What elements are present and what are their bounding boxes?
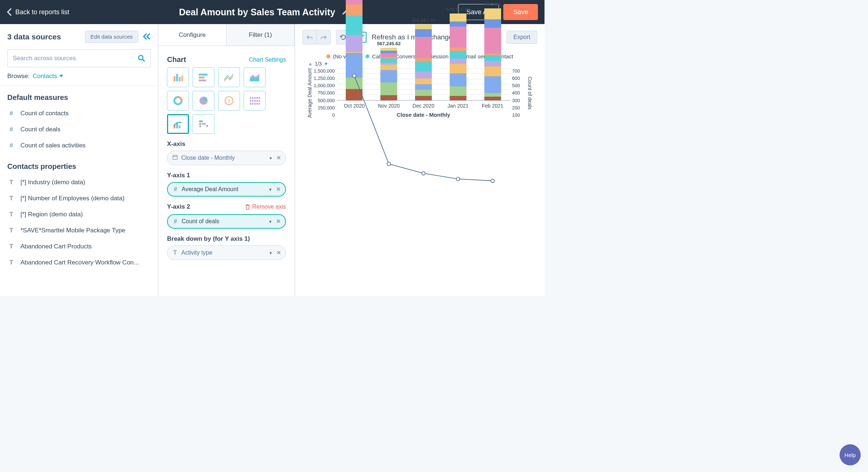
property-item[interactable]: T[*] Region (demo data) — [3, 206, 155, 223]
stacked-bar[interactable] — [450, 13, 466, 100]
redo-button[interactable] — [317, 30, 330, 44]
y-axis-1-value: Average Deal Amount — [182, 186, 266, 193]
svg-rect-5 — [181, 76, 183, 81]
bar-segment — [450, 51, 466, 59]
chart-type-donut[interactable] — [167, 91, 189, 111]
remove-x-axis-button[interactable]: ✕ — [276, 155, 281, 161]
y-right-tick: 100 — [512, 112, 524, 118]
chart-type-column[interactable] — [167, 67, 189, 87]
x-tick: Oct 2020 — [337, 103, 372, 109]
bar-slot: 820,167.39 — [406, 68, 441, 100]
bar-slot: 994,861 — [475, 68, 510, 100]
property-item[interactable]: T*SAVE*Smarttel Mobile Package Type — [3, 223, 155, 239]
stacked-bar[interactable] — [415, 24, 432, 100]
break-down-value: Activity type — [181, 249, 267, 256]
chart-type-area[interactable] — [244, 67, 266, 87]
chart-canvas: (No value)CallConversation SessionEmail … — [295, 50, 545, 125]
property-item[interactable]: TAbandoned Cart Recovery Workflow Con... — [3, 255, 155, 271]
bar-segment — [415, 29, 432, 37]
chart-type-pie[interactable] — [193, 91, 214, 111]
collapse-panel-button[interactable] — [143, 32, 151, 42]
chart-type-kpi[interactable]: 1 — [218, 91, 240, 111]
search-sources-field[interactable] — [7, 49, 151, 67]
measure-item[interactable]: #Count of deals — [3, 121, 155, 138]
legend-page-next[interactable]: ▼ — [324, 61, 328, 66]
property-item[interactable]: T[*] Industry (demo data) — [3, 174, 155, 190]
undo-icon — [306, 34, 313, 40]
svg-rect-32 — [199, 123, 201, 125]
break-down-field[interactable]: T Activity type ▾ ✕ — [167, 245, 286, 260]
remove-breakdown-button[interactable]: ✕ — [276, 249, 281, 256]
property-item[interactable]: T[*] Number of Employees (demo data) — [3, 190, 155, 206]
text-type-icon: T — [7, 211, 15, 218]
chevron-left-icon — [7, 8, 12, 16]
y-axis-left-title: Average Deal Amount — [306, 68, 313, 118]
svg-rect-29 — [176, 123, 178, 128]
remove-axis-link[interactable]: Remove axis — [245, 204, 286, 210]
bar-segment — [415, 96, 432, 100]
stacked-bar[interactable] — [484, 8, 501, 100]
line-point[interactable] — [491, 179, 494, 182]
chart-type-table[interactable] — [244, 91, 266, 111]
property-label: *SAVE*Smarttel Mobile Package Type — [20, 227, 125, 234]
tab-configure[interactable]: Configure — [158, 24, 226, 46]
bar-slot: 567,245.62 — [372, 68, 406, 100]
x-tick: Jan 2021 — [441, 103, 475, 109]
chart-type-pivot[interactable] — [193, 114, 214, 134]
x-axis-field[interactable]: Close date - Monthly ▾ ✕ — [167, 151, 286, 165]
edit-data-sources-button[interactable]: Edit data sources — [85, 31, 138, 43]
stacked-bar[interactable] — [380, 48, 397, 100]
svg-rect-3 — [176, 74, 178, 81]
undo-button[interactable] — [303, 30, 317, 44]
tab-filter[interactable]: Filter (1) — [226, 24, 295, 46]
y-right-tick: 300 — [512, 98, 524, 103]
legend-swatch — [365, 54, 369, 58]
svg-rect-34 — [173, 155, 177, 159]
property-item[interactable]: TAbandoned Cart Products — [3, 239, 155, 255]
svg-rect-33 — [202, 123, 206, 125]
chart-type-bar[interactable] — [193, 67, 214, 87]
measure-item[interactable]: #Count of sales activities — [3, 138, 155, 154]
export-button[interactable]: Export — [507, 31, 537, 44]
remove-y1-axis-button[interactable]: ✕ — [276, 186, 281, 193]
contacts-properties-heading: Contacts properties — [0, 155, 158, 173]
bar-segment — [484, 66, 501, 77]
svg-rect-30 — [179, 125, 181, 128]
chart-settings-link[interactable]: Chart Settings — [249, 57, 286, 63]
svg-rect-18 — [250, 100, 251, 102]
legend-page-prev[interactable]: ▲ — [308, 61, 313, 66]
property-label: [*] Industry (demo data) — [20, 179, 85, 186]
y-left-tick: 1,500,000 — [313, 68, 335, 74]
line-point[interactable] — [387, 162, 390, 166]
back-to-reports-link[interactable]: Back to reports list — [7, 8, 69, 16]
x-axis-value: Close date - Monthly — [181, 155, 267, 161]
line-point[interactable] — [422, 171, 425, 175]
y-left-tick: 1,000,000 — [313, 83, 335, 88]
redo-icon — [320, 34, 327, 40]
measure-item[interactable]: #Count of contacts — [3, 105, 155, 121]
bar-segment — [380, 70, 397, 82]
y-axis-2-field[interactable]: # Count of deals ▾ ✕ — [167, 214, 286, 229]
bar-segment — [450, 86, 466, 96]
hash-icon: # — [7, 142, 15, 149]
remove-y2-axis-button[interactable]: ✕ — [276, 218, 281, 225]
legend-item[interactable]: Call — [365, 53, 381, 59]
text-type-icon: T — [7, 227, 15, 234]
bar-slot: 938,116.83 — [441, 68, 475, 100]
chart-type-line[interactable] — [218, 67, 240, 87]
line-point[interactable] — [456, 177, 460, 181]
text-type-icon: T — [7, 179, 15, 186]
svg-rect-25 — [254, 103, 256, 105]
chevron-down-icon: ▾ — [269, 187, 272, 192]
bar-segment — [484, 55, 501, 61]
property-label: [*] Number of Employees (demo data) — [20, 195, 124, 202]
search-input[interactable] — [13, 55, 138, 62]
chart-type-combo[interactable] — [167, 114, 189, 134]
y-axis-1-field[interactable]: # Average Deal Amount ▾ ✕ — [167, 182, 286, 197]
x-tick: Nov 2020 — [372, 103, 406, 109]
stacked-bar[interactable] — [346, 0, 363, 100]
svg-rect-23 — [250, 103, 251, 105]
browse-source-dropdown[interactable]: Contacts — [32, 73, 63, 80]
trash-icon — [245, 204, 250, 210]
data-sources-title: 3 data sources — [7, 32, 81, 41]
